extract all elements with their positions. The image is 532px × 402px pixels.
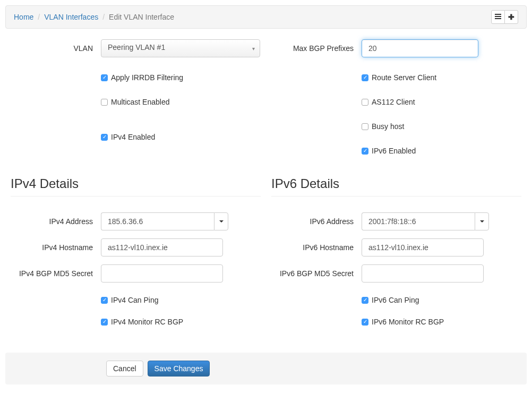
svg-rect-1	[495, 16, 501, 17]
ipv4-enabled-checkbox[interactable]	[101, 134, 108, 141]
ipv4-hostname-input[interactable]	[101, 238, 223, 256]
as112-checkbox[interactable]	[362, 99, 368, 106]
ipv4-address-label: IPv4 Address	[11, 217, 101, 226]
ipv4-ping-checkbox[interactable]	[101, 297, 108, 304]
irrdb-checkbox[interactable]	[101, 74, 108, 81]
breadcrumb-home[interactable]: Home	[14, 13, 33, 21]
ipv4-monitor-label: IPv4 Monitor RC BGP	[111, 318, 183, 326]
ipv4-ping-label: IPv4 Can Ping	[111, 296, 159, 304]
plus-icon: ✚	[508, 13, 514, 21]
ipv6-address-label: IPv6 Address	[271, 217, 362, 226]
ipv6-enabled-checkbox[interactable]	[362, 148, 368, 155]
breadcrumb-vlan-interfaces[interactable]: VLAN Interfaces	[44, 13, 98, 21]
vlan-label: VLAN	[11, 44, 101, 53]
breadcrumb-actions: ✚	[491, 10, 518, 24]
ipv6-monitor-checkbox[interactable]	[362, 319, 368, 326]
ipv6-monitor-label: IPv6 Monitor RC BGP	[372, 318, 444, 326]
breadcrumb-separator: /	[38, 13, 40, 21]
breadcrumb-separator: /	[102, 13, 105, 21]
max-bgp-label: Max BGP Prefixes	[271, 44, 362, 53]
ipv4-md5-label: IPv4 BGP MD5 Secret	[11, 269, 101, 278]
svg-rect-2	[495, 18, 501, 19]
cancel-button[interactable]: Cancel	[106, 361, 143, 377]
list-button[interactable]	[491, 10, 505, 24]
ipv4-enabled-label: IPv4 Enabled	[111, 133, 155, 141]
busy-host-checkbox[interactable]	[362, 123, 368, 130]
ipv6-address-dropdown[interactable]	[475, 212, 489, 230]
ipv4-details-header: IPv4 Details	[11, 176, 261, 196]
ipv6-enabled-label: IPv6 Enabled	[372, 147, 416, 155]
ipv6-hostname-input[interactable]	[362, 238, 484, 256]
ipv6-ping-checkbox[interactable]	[362, 297, 368, 304]
irrdb-label: Apply IRRDB Filtering	[111, 73, 183, 82]
svg-rect-0	[495, 14, 501, 15]
breadcrumb-bar: Home / VLAN Interfaces / Edit VLAN Inter…	[5, 5, 527, 29]
caret-down-icon	[480, 220, 484, 223]
ipv6-details-header: IPv6 Details	[271, 176, 521, 196]
ipv6-ping-label: IPv6 Can Ping	[372, 296, 419, 304]
form-area: VLAN Peering VLAN #1 Apply IRRDB Filteri…	[0, 34, 532, 347]
ipv4-md5-input[interactable]	[101, 264, 223, 283]
ipv4-address-dropdown[interactable]	[214, 212, 228, 230]
ipv6-md5-input[interactable]	[362, 264, 484, 283]
route-server-label: Route Server Client	[372, 73, 436, 82]
max-bgp-input[interactable]	[362, 39, 478, 57]
as112-label: AS112 Client	[372, 98, 415, 106]
vlan-select[interactable]: Peering VLAN #1	[101, 39, 260, 57]
route-server-checkbox[interactable]	[362, 74, 368, 81]
busy-host-label: Busy host	[372, 122, 404, 131]
add-button[interactable]: ✚	[504, 10, 518, 24]
ipv6-hostname-label: IPv6 Hostname	[271, 243, 362, 252]
ipv6-md5-label: IPv6 BGP MD5 Secret	[271, 269, 362, 278]
footer-actions: Cancel Save Changes	[5, 353, 527, 384]
breadcrumb-current: Edit VLAN Interface	[109, 13, 174, 21]
caret-down-icon	[219, 220, 224, 223]
ipv4-hostname-label: IPv4 Hostname	[11, 243, 101, 252]
ipv4-monitor-checkbox[interactable]	[101, 319, 108, 326]
ipv6-address-input[interactable]	[362, 212, 475, 230]
ipv4-address-input[interactable]	[101, 212, 214, 230]
breadcrumb: Home / VLAN Interfaces / Edit VLAN Inter…	[14, 13, 174, 21]
list-icon	[495, 13, 501, 21]
save-button[interactable]: Save Changes	[148, 361, 210, 377]
multicast-label: Multicast Enabled	[111, 98, 170, 106]
multicast-checkbox[interactable]	[101, 99, 108, 106]
